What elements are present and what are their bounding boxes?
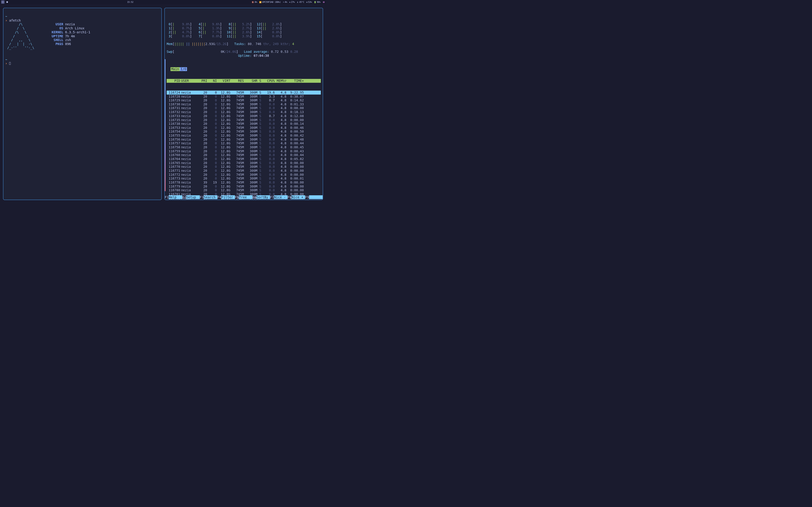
fnkey-F9-label[interactable] [309, 195, 322, 199]
fnkey-F2-label[interactable]: Setup [186, 195, 200, 199]
prompt-cwd-2: ~ [5, 58, 7, 61]
header-time[interactable]: TIME+ [287, 79, 304, 83]
process-row[interactable]: 116732nezia20012.8G745M300MS0.04.80:18.1… [166, 110, 321, 114]
fnkey-F9[interactable]: F9 [305, 195, 309, 199]
tab-main[interactable]: Main [170, 67, 180, 71]
tray-brightness[interactable]: ☀4% [283, 1, 287, 3]
process-row[interactable]: 116779nezia20012.8G745M300MS0.04.80:00.0… [166, 184, 321, 188]
tray-volume[interactable]: 🔇0% [252, 1, 257, 3]
process-row[interactable]: 116760nezia20012.8G745M300MS0.04.80:00.4… [166, 153, 321, 157]
tray-disk[interactable]: ≡27% [289, 1, 295, 3]
header-user[interactable]: USER [180, 79, 194, 83]
terminal-left-pane[interactable]: ~ › afetch /\ USER nezia / \ OS Arch Lin… [3, 8, 162, 200]
header-mem[interactable]: MEM%▽ [275, 79, 287, 83]
fnkey-F1-label[interactable]: Help [169, 195, 182, 199]
cpu-meters: 0[| 9.0%] 1[| 0.7%] 2[|| 4.7%] 3[ 0.0%] … [166, 22, 321, 38]
process-row[interactable]: 116757nezia20012.8G745M300MS0.04.80:00.4… [166, 142, 321, 146]
process-row[interactable]: 116765nezia20012.8G745M300MS0.04.80:00.0… [166, 161, 321, 165]
tray-wifi-value: UPC59F3A0 (88%) [262, 1, 281, 3]
memory-meter: Mem[||||| || |||||||2.93G/15.2G] Tasks: … [166, 42, 321, 46]
workspace: ~ › afetch /\ USER nezia / \ OS Arch Lin… [0, 4, 326, 204]
afetch-output: /\ USER nezia / \ OS Arch Linux /\ \ KER… [5, 22, 159, 50]
process-row[interactable]: 116731nezia20012.8G745M300MS0.04.80:00.0… [166, 106, 321, 110]
process-row[interactable]: 116729nezia20012.8G745M300MS0.74.80:14.6… [166, 98, 321, 102]
tray-temp[interactable]: 🌡45°C [297, 1, 304, 3]
discord-icon: 👾 [322, 1, 325, 3]
htop-tabs: MainI/O [166, 67, 321, 71]
terminal-cursor[interactable] [9, 62, 11, 65]
brightness-icon: ☀ [283, 1, 284, 3]
tray-volume-value: 0% [255, 1, 257, 3]
process-row[interactable]: 116771nezia20012.8G745M300MS0.04.80:00.0… [166, 169, 321, 173]
process-row[interactable]: 116730nezia20012.8G745M300MS0.04.80:01.3… [166, 102, 321, 106]
tray-battery[interactable]: 🔋98% [314, 1, 320, 3]
gear-icon: ⚙ [306, 1, 308, 3]
process-row[interactable]: 116733nezia20012.8G745M300MS0.74.80:12.0… [166, 114, 321, 118]
process-row[interactable]: 116755nezia20012.8G745M300MS0.04.80:00.4… [166, 133, 321, 137]
tray-discord[interactable]: 👾 [322, 1, 325, 3]
process-row[interactable]: 116758nezia20012.8G745M300MS0.04.80:00.4… [166, 145, 321, 149]
battery-icon: 🔋 [314, 1, 316, 3]
process-row[interactable]: 116753nezia20012.8G745M300MS0.04.80:00.4… [166, 126, 321, 130]
process-row[interactable]: 116770nezia20012.8G745M300MS0.04.80:00.0… [166, 165, 321, 169]
command-afetch: afetch [9, 18, 21, 22]
tray-disk-value: 27% [291, 1, 295, 3]
header-pid[interactable]: PID [166, 79, 180, 83]
process-row[interactable]: 116773nezia20012.8G745M300MS0.04.80:00.0… [166, 176, 321, 180]
process-row[interactable]: 116735nezia20012.8G745M300MS0.04.80:00.0… [166, 118, 321, 122]
fnkey-F7-label[interactable]: Nice - [274, 195, 288, 199]
volume-mute-icon: 🔇 [252, 1, 254, 3]
scroll-accent [165, 59, 165, 191]
tray-cpu-value: 53% [308, 1, 312, 3]
fnkey-F4-label[interactable]: Filter [221, 195, 235, 199]
fnkey-F3[interactable]: F3 [200, 195, 204, 199]
tray-wifi[interactable]: 📶UPC59F3A0 (88%) [259, 1, 281, 3]
terminal-right-pane[interactable]: 0[| 9.0%] 1[| 0.7%] 2[|| 4.7%] 3[ 0.0%] … [164, 8, 323, 200]
process-row[interactable]: 116759nezia20012.8G745M300MS0.04.80:00.4… [166, 149, 321, 153]
process-row[interactable]: 116780nezia20012.8G745M300MS0.04.80:00.0… [166, 188, 321, 192]
tray-temp-value: 45°C [299, 1, 304, 3]
tray-cpu[interactable]: ⚙53% [306, 1, 312, 3]
top-panel: 15:52 🔇0% 📶UPC59F3A0 (88%) ☀4% ≡27% 🌡45°… [0, 0, 326, 4]
prompt-symbol: › [5, 18, 7, 22]
fnkey-F4[interactable]: F4 [217, 195, 221, 199]
header-state[interactable]: S [257, 79, 261, 83]
fnkey-F2[interactable]: F2 [182, 195, 186, 199]
tab-io[interactable]: I/O [180, 67, 187, 71]
swap-meter: Swp[ 0K/24.0G] Load average: 0.72 0.53 0… [166, 50, 321, 58]
taskbar-terminal-button[interactable] [1, 0, 4, 4]
fnkey-F1[interactable]: F1 [165, 195, 168, 199]
process-row[interactable]: 116728nezia20012.8G745M300MS3.34.80:38.0… [166, 95, 321, 99]
fnkey-F5[interactable]: F5 [235, 195, 239, 199]
svg-rect-0 [2, 1, 4, 3]
prompt-symbol-2: › [5, 61, 7, 65]
process-row[interactable]: 116772nezia20012.8G745M300MS0.04.80:00.0… [166, 173, 321, 177]
fnkey-F6-label[interactable]: SortBy [256, 195, 270, 199]
fnkey-F6[interactable]: F6 [253, 195, 256, 199]
taskbar-browser-button[interactable] [5, 0, 9, 4]
disk-icon: ≡ [289, 1, 290, 3]
tray-battery-value: 98% [317, 1, 320, 3]
process-list[interactable]: 116724nezia20012.8G745M300MS19.64.89:22.… [166, 91, 321, 200]
header-pri[interactable]: PRI [194, 79, 207, 83]
header-virt[interactable]: VIRT [217, 79, 231, 83]
terminal-icon [2, 1, 4, 3]
process-row[interactable]: 116764nezia20012.8G745M300MS0.04.80:05.8… [166, 157, 321, 161]
fnkey-F3-label[interactable]: Search [204, 195, 217, 199]
header-cpu[interactable]: CPU% [261, 79, 275, 83]
thermometer-icon: 🌡 [297, 1, 299, 3]
process-row[interactable]: 116724nezia20012.8G745M300MS19.64.89:22.… [166, 91, 321, 95]
process-row[interactable]: 116754nezia20012.8G745M300MS0.04.80:00.5… [166, 130, 321, 134]
header-shr[interactable]: SHR [244, 79, 257, 83]
fnkey-F7[interactable]: F7 [270, 195, 274, 199]
process-row[interactable]: 116756nezia20012.8G745M300MS0.04.80:00.4… [166, 137, 321, 142]
process-header[interactable]: PID USER PRI NI VIRT RES SHR S CPU% MEM%… [166, 79, 321, 83]
process-row[interactable]: 116738nezia20012.8G745M300MS0.04.80:00.1… [166, 122, 321, 126]
process-row[interactable]: 116778nezia391912.8G745M300MS0.04.80:00.… [166, 180, 321, 184]
fnkey-F8[interactable]: F8 [288, 195, 291, 199]
header-res[interactable]: RES [230, 79, 244, 83]
fnkey-F8-label[interactable]: Nice + [292, 195, 305, 199]
header-ni[interactable]: NI [207, 79, 217, 83]
fnkey-F5-label[interactable]: Tree [239, 195, 252, 199]
wifi-icon: 📶 [259, 1, 261, 3]
